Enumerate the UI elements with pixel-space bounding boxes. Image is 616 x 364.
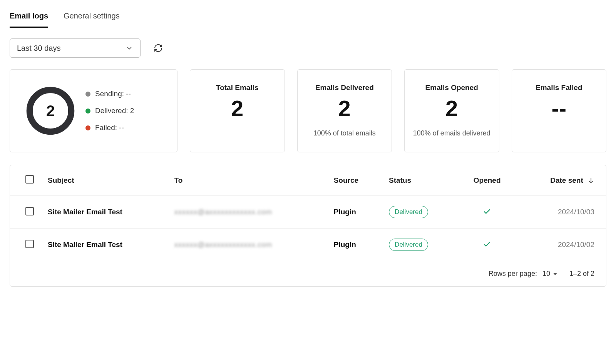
- rows-per-page-select[interactable]: 10: [542, 270, 558, 278]
- dot-icon: [85, 125, 90, 130]
- col-subject[interactable]: Subject: [41, 165, 167, 196]
- summary-donut: 2: [25, 86, 75, 136]
- row-source: Plugin: [327, 196, 382, 229]
- pagination: Rows per page: 10 1–2 of 2: [10, 261, 606, 286]
- col-date-sent-label: Date sent: [550, 176, 583, 184]
- col-opened[interactable]: Opened: [458, 165, 516, 196]
- legend-failed-label: Failed: --: [95, 124, 124, 132]
- legend-sending: Sending: --: [85, 90, 134, 98]
- failed-value: --: [551, 97, 566, 120]
- tabs: Email logs General settings: [10, 8, 606, 28]
- row-to: xxxxxx@axxxxxxxxxxxx.com: [174, 208, 272, 216]
- summary-legend: Sending: -- Delivered: 2 Failed: --: [85, 90, 134, 132]
- dropdown-triangle-icon: [552, 271, 558, 277]
- date-range-value: Last 30 days: [17, 44, 60, 53]
- opened-value: 2: [445, 97, 458, 120]
- summary-total: 2: [25, 86, 75, 136]
- stats-row: 2 Sending: -- Delivered: 2 Failed: -- To…: [10, 69, 606, 152]
- status-badge: Delivered: [389, 239, 428, 251]
- total-emails-card: Total Emails 2: [190, 69, 285, 152]
- table-row[interactable]: Site Mailer Email Test xxxxxx@axxxxxxxxx…: [10, 229, 606, 261]
- failed-title: Emails Failed: [536, 83, 582, 92]
- rows-per-page-value: 10: [542, 270, 550, 278]
- failed-card: Emails Failed --: [512, 69, 607, 152]
- summary-card: 2 Sending: -- Delivered: 2 Failed: --: [10, 69, 177, 152]
- total-emails-title: Total Emails: [216, 83, 259, 92]
- legend-sending-label: Sending: --: [95, 90, 131, 98]
- date-range-select[interactable]: Last 30 days: [10, 38, 141, 58]
- filter-row: Last 30 days: [10, 38, 606, 58]
- tab-general-settings[interactable]: General settings: [64, 8, 120, 28]
- row-to: xxxxxx@axxxxxxxxxxxx.com: [174, 240, 272, 249]
- refresh-button[interactable]: [152, 42, 164, 54]
- col-source[interactable]: Source: [327, 165, 382, 196]
- row-subject: Site Mailer Email Test: [41, 229, 167, 261]
- status-badge: Delivered: [389, 206, 428, 218]
- row-source: Plugin: [327, 229, 382, 261]
- delivered-value: 2: [338, 97, 351, 120]
- col-status[interactable]: Status: [382, 165, 458, 196]
- email-log-table: Subject To Source Status Opened Date sen…: [10, 165, 606, 287]
- check-icon: [483, 207, 491, 215]
- row-checkbox[interactable]: [25, 240, 34, 248]
- opened-title: Emails Opened: [425, 83, 478, 92]
- row-subject: Site Mailer Email Test: [41, 196, 167, 229]
- select-all-checkbox[interactable]: [25, 175, 34, 184]
- row-date: 2024/10/02: [516, 229, 606, 261]
- pagination-range: 1–2 of 2: [569, 270, 594, 278]
- refresh-icon: [154, 43, 163, 53]
- tab-email-logs[interactable]: Email logs: [10, 8, 48, 28]
- rows-per-page: Rows per page: 10: [489, 270, 558, 278]
- legend-delivered-label: Delivered: 2: [95, 107, 134, 115]
- table-header-row: Subject To Source Status Opened Date sen…: [10, 165, 606, 196]
- legend-failed: Failed: --: [85, 124, 134, 132]
- sort-desc-icon: [588, 177, 594, 184]
- dot-icon: [85, 92, 90, 97]
- chevron-down-icon: [126, 44, 133, 52]
- legend-delivered: Delivered: 2: [85, 107, 134, 115]
- dot-icon: [85, 109, 90, 114]
- table-row[interactable]: Site Mailer Email Test xxxxxx@axxxxxxxxx…: [10, 196, 606, 229]
- col-to[interactable]: To: [167, 165, 326, 196]
- delivered-card: Emails Delivered 2 100% of total emails: [297, 69, 392, 152]
- delivered-sub: 100% of total emails: [313, 128, 376, 138]
- total-emails-value: 2: [231, 97, 243, 120]
- rows-per-page-label: Rows per page:: [489, 270, 537, 278]
- check-icon: [483, 240, 491, 248]
- row-date: 2024/10/03: [516, 196, 606, 229]
- svg-marker-2: [553, 273, 557, 275]
- opened-card: Emails Opened 2 100% of emails delivered: [404, 69, 499, 152]
- row-checkbox[interactable]: [25, 207, 34, 215]
- delivered-title: Emails Delivered: [315, 83, 374, 92]
- opened-sub: 100% of emails delivered: [413, 128, 490, 138]
- col-date-sent[interactable]: Date sent: [516, 165, 606, 196]
